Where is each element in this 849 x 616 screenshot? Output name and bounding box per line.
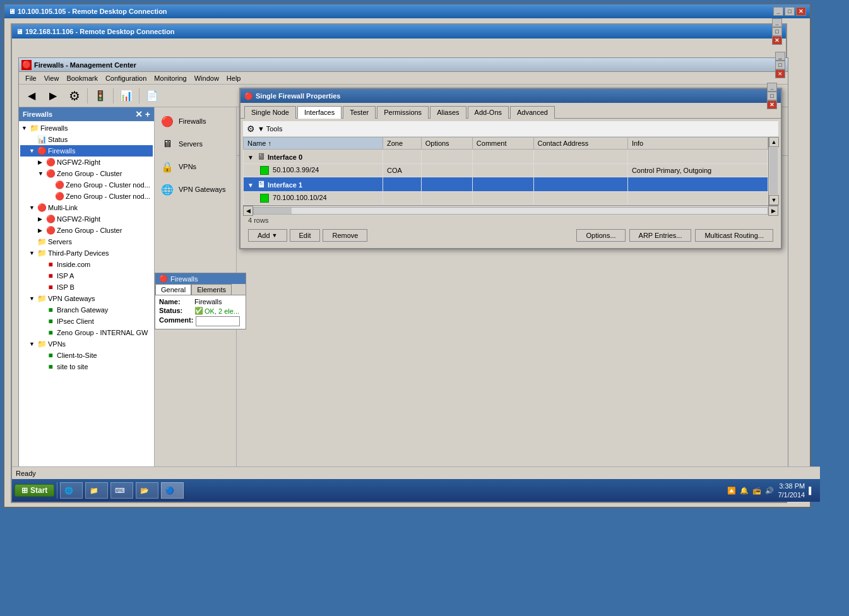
inner-rdp-minimize[interactable]: _ <box>772 18 782 27</box>
app-close[interactable]: ✕ <box>775 69 785 78</box>
tree-item-zeno-cluster[interactable]: ▼ 🔴 Zeno Group - Cluster <box>20 168 153 179</box>
table-row-interface0-group[interactable]: ▼ 🖥 Interface 0 <box>244 150 768 164</box>
inner-rdp-restore[interactable]: □ <box>772 27 782 36</box>
tree-item-multi-link[interactable]: ▼ 🔴 Multi-Link <box>20 202 153 213</box>
tree-item-firewalls-root[interactable]: ▼ 📁 Firewalls <box>20 122 153 134</box>
vscroll-down[interactable]: ▼ <box>769 195 779 205</box>
tree-container: ▼ 📁 Firewalls 📊 Status ▼ 🔴 Firew <box>19 121 154 473</box>
edit-button[interactable]: Edit <box>290 229 321 242</box>
multicast-routing-button[interactable]: Multicast Routing... <box>695 229 773 242</box>
nav-vpns[interactable]: 🔒 VPNs <box>155 155 236 178</box>
tree-item-client-to-site[interactable]: ■ Client-to-Site <box>20 350 153 361</box>
toolbar-traffic[interactable]: 🚦 <box>90 86 110 105</box>
tab-permissions[interactable]: Permissions <box>377 106 429 119</box>
toolbar-doc[interactable]: 📄 <box>142 86 162 105</box>
fw-info-tab-general[interactable]: General <box>155 284 191 295</box>
table-row-ip1[interactable]: 50.100.3.99/24 COA Control Primary, Outg… <box>244 164 768 177</box>
tree-item-ipsec-client[interactable]: ■ IPsec Client <box>20 316 153 327</box>
col-zone[interactable]: Zone <box>383 138 422 150</box>
outer-rdp-minimize[interactable]: _ <box>773 7 783 16</box>
tree-item-ngfw2-right-2[interactable]: ▶ 🔴 NGFW2-Right <box>20 213 153 225</box>
panel-plus-button[interactable]: + <box>145 109 150 119</box>
toolbar-chart[interactable]: 📊 <box>116 86 136 105</box>
expand-icon: ▼ <box>21 125 29 131</box>
hscroll-left[interactable]: ◀ <box>243 206 253 216</box>
menu-configuration[interactable]: Configuration <box>102 73 150 83</box>
ip2-options <box>421 192 472 205</box>
dialog-close[interactable]: ✕ <box>767 100 777 109</box>
tab-tester[interactable]: Tester <box>343 106 376 119</box>
branch-gateway-icon: ■ <box>45 305 56 315</box>
tab-interfaces[interactable]: Interfaces <box>297 106 341 119</box>
tree-item-firewalls[interactable]: ▼ 🔴 Firewalls <box>20 145 153 157</box>
fw-info-tab-elements[interactable]: Elements <box>191 284 232 295</box>
start-button[interactable]: ⊞ Start <box>15 484 54 497</box>
tree-item-servers[interactable]: 📁 Servers <box>20 236 153 247</box>
col-options[interactable]: Options <box>421 138 472 150</box>
tree-item-isp-a[interactable]: ■ ISP A <box>20 270 153 281</box>
arp-entries-button[interactable]: ARP Entries... <box>629 229 692 242</box>
tree-item-zeno-node1[interactable]: 🔴 Zeno Group - Cluster nod... <box>20 179 153 191</box>
nav-servers[interactable]: 🖥 Servers <box>155 133 236 155</box>
toolbar-back[interactable]: ◀ <box>21 86 42 105</box>
nav-firewalls[interactable]: 🔴 Firewalls <box>155 110 236 133</box>
add-dropdown-arrow[interactable]: ▼ <box>272 232 278 239</box>
tab-advanced[interactable]: Advanced <box>510 106 555 119</box>
outer-rdp-close[interactable]: ✕ <box>796 7 806 16</box>
tree-item-site-to-site[interactable]: ■ site to site <box>20 361 153 372</box>
taskbar-icon-5[interactable]: 🔵 <box>161 482 184 499</box>
taskbar-icon-4[interactable]: 📂 <box>136 482 158 499</box>
toolbar-properties[interactable]: ⚙ <box>64 86 85 105</box>
zeno-internal-gw-icon: ■ <box>45 328 56 338</box>
interface0-expand[interactable]: ▼ <box>247 154 254 161</box>
menu-bookmark[interactable]: Bookmark <box>62 73 102 83</box>
vscroll-up[interactable]: ▲ <box>769 137 779 147</box>
table-row-ip2[interactable]: 70.100.100.10/24 <box>244 192 768 205</box>
inner-rdp-close[interactable]: ✕ <box>772 36 782 45</box>
col-comment[interactable]: Comment <box>472 138 533 150</box>
table-row-interface1-group[interactable]: ▼ 🖥 Interface 1 <box>244 177 768 192</box>
systray-show-desktop[interactable]: ▌ <box>809 487 814 494</box>
taskbar-icon-2[interactable]: 📁 <box>85 482 108 499</box>
tree-item-vpn-gateways[interactable]: ▼ 📁 VPN Gateways <box>20 293 153 304</box>
tree-item-zeno-node2[interactable]: 🔴 Zeno Group - Cluster nod... <box>20 191 153 202</box>
tree-item-third-party[interactable]: ▼ 📁 Third-Party Devices <box>20 247 153 259</box>
menu-view[interactable]: View <box>40 73 63 83</box>
add-button[interactable]: Add ▼ <box>248 229 287 242</box>
options-button[interactable]: Options... <box>576 229 625 242</box>
menu-window[interactable]: Window <box>191 73 223 83</box>
tree-item-zeno-cluster-2[interactable]: ▶ 🔴 Zeno Group - Cluster <box>20 225 153 236</box>
app-restore[interactable]: □ <box>775 61 785 69</box>
tree-item-branch-gateway[interactable]: ■ Branch Gateway <box>20 304 153 316</box>
outer-rdp-restore[interactable]: □ <box>785 7 795 16</box>
menu-monitoring[interactable]: Monitoring <box>150 73 190 83</box>
tree-item-inside-com[interactable]: ■ Inside.com <box>20 259 153 270</box>
menu-help[interactable]: Help <box>223 73 245 83</box>
col-name[interactable]: Name ↑ <box>244 138 383 150</box>
tree-item-vpns[interactable]: ▼ 📁 VPNs <box>20 338 153 350</box>
tree-item-status[interactable]: 📊 Status <box>20 134 153 145</box>
interface1-expand[interactable]: ▼ <box>247 182 254 189</box>
tab-single-node[interactable]: Single Node <box>244 106 296 119</box>
tab-add-ons[interactable]: Add-Ons <box>468 106 509 119</box>
dialog-vscrollbar: ▲ ▼ <box>768 137 778 205</box>
tree-item-zeno-internal-gw[interactable]: ■ Zeno Group - INTERNAL GW <box>20 327 153 338</box>
tree-item-ngfw2-right[interactable]: ▶ 🔴 NGFW2-Right <box>20 157 153 168</box>
taskbar-icon-3[interactable]: ⌨ <box>110 482 133 499</box>
fw-comment-input[interactable] <box>196 316 240 326</box>
hscroll-right[interactable]: ▶ <box>768 206 778 216</box>
toolbar-forward[interactable]: ▶ <box>43 86 63 105</box>
tools-dropdown[interactable]: ▼ Tools <box>258 125 282 133</box>
taskbar-icon-1[interactable]: 🌐 <box>60 482 83 499</box>
app-minimize[interactable]: _ <box>775 52 785 61</box>
tab-aliases[interactable]: Aliases <box>430 106 466 119</box>
col-contact-address[interactable]: Contact Address <box>533 138 627 150</box>
menu-file[interactable]: File <box>21 73 40 83</box>
tree-item-isp-b[interactable]: ■ ISP B <box>20 281 153 293</box>
remove-button[interactable]: Remove <box>323 229 367 242</box>
col-info[interactable]: Info <box>627 138 768 150</box>
panel-add-button[interactable]: ✕ <box>135 109 143 119</box>
dialog-restore[interactable]: □ <box>767 92 777 100</box>
nav-vpn-gateways[interactable]: 🌐 VPN Gateways <box>155 178 236 201</box>
dialog-minimize[interactable]: _ <box>767 83 777 92</box>
